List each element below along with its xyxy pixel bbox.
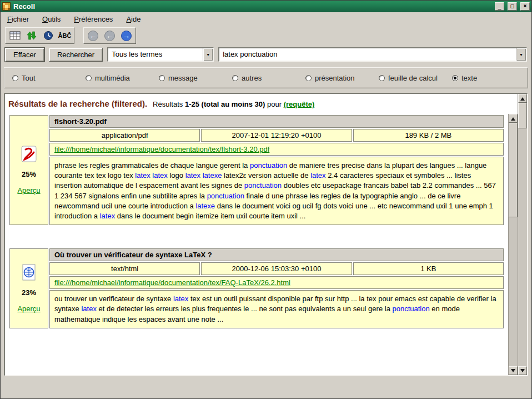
scrollbar-track[interactable] <box>518 128 527 366</box>
results-list: 25% Aperçu flshort-3.20.pdf application/… <box>5 114 508 328</box>
filter-presentation[interactable]: présentation <box>305 74 379 82</box>
close-button[interactable]: × <box>520 2 530 11</box>
filter-texte[interactable]: texte <box>452 74 477 82</box>
window-title: Recoll <box>13 2 491 11</box>
results-summary-range: 1-25 (total au moins 30) <box>185 100 265 108</box>
radio-icon <box>452 75 458 81</box>
chevron-down-icon[interactable]: ▼ <box>516 48 526 61</box>
result-body: flshort-3.20.pdf application/pdf 2007-12… <box>49 115 504 225</box>
results-panel: Résultats de la recherche (filtered). Ré… <box>4 93 528 376</box>
clear-search-button[interactable] <box>7 29 22 42</box>
arrow-left-icon: ← <box>88 31 98 41</box>
results-summary: Résultats 1-25 (total au moins 30) pour … <box>153 100 314 108</box>
scrollbar-thumb[interactable] <box>518 103 527 128</box>
result-url-link[interactable]: file:///home/michael/informatique/docume… <box>54 278 290 287</box>
results-summary-label: Résultats <box>153 100 183 108</box>
result-size: 1 KB <box>353 262 504 275</box>
html-doc-icon <box>21 264 37 281</box>
menu-aide[interactable]: Aide <box>126 15 140 23</box>
menubar: Fichier Outils Préférences Aide <box>1 12 531 26</box>
green-arrows-icon <box>26 31 37 41</box>
filter-feuille-de-calcul[interactable]: feuille de calcul <box>379 74 452 82</box>
update-index-button[interactable] <box>24 29 39 42</box>
results-summary-pour: pour <box>267 100 282 108</box>
filter-multimedia[interactable]: multimédia <box>86 74 159 82</box>
menu-fichier[interactable]: Fichier <box>7 15 29 23</box>
results-scrollbar-inner[interactable] <box>508 114 518 375</box>
result-mime: application/pdf <box>49 129 200 142</box>
toolbar-nav-group: ← ← → <box>83 27 136 44</box>
radio-icon <box>12 75 18 81</box>
result-url-row: file:///home/michael/informatique/docume… <box>49 143 504 156</box>
result-item: 23% Aperçu Où trouver un vérificateur de… <box>9 248 504 328</box>
result-mime: text/html <box>49 262 200 275</box>
result-url-link[interactable]: file:///home/michael/informatique/docume… <box>54 145 269 153</box>
scroll-down-button[interactable] <box>518 366 527 375</box>
triangle-up-icon <box>520 95 525 101</box>
toolbar: ÂBĈ ← ← → <box>1 26 531 45</box>
scroll-down-button[interactable] <box>509 366 518 375</box>
result-date: 2000-12-06 15:03:30 +0100 <box>201 262 352 275</box>
menu-preferences[interactable]: Préférences <box>74 15 113 23</box>
search-mode-value: Tous les termes <box>108 48 203 61</box>
arrow-left-icon: ← <box>104 31 115 41</box>
category-filter-bar: Tout multimédia message autres présentat… <box>4 67 528 88</box>
prev-page-button[interactable]: ← <box>102 29 117 42</box>
titlebar: Recoll _ □ × <box>1 1 531 12</box>
triangle-down-icon <box>520 369 525 375</box>
radio-icon <box>232 75 238 81</box>
filter-label: texte <box>461 74 477 82</box>
search-bar: Effacer Rechercher Tous les termes ▼ lat… <box>1 45 531 64</box>
results-scrollbar-outer[interactable] <box>518 94 527 375</box>
arrow-right-icon: → <box>121 31 132 41</box>
scroll-up-button[interactable] <box>509 114 518 123</box>
radio-icon <box>159 75 165 81</box>
scroll-up-button[interactable] <box>518 94 527 103</box>
result-filename: flshort-3.20.pdf <box>49 115 504 128</box>
scrollbar-thumb[interactable] <box>509 123 518 217</box>
result-percent: 25% <box>22 170 36 178</box>
result-left-cell: 25% Aperçu <box>9 115 48 225</box>
result-body: Où trouver un vérificateur de syntaxe La… <box>49 248 504 328</box>
filter-label: autres <box>242 74 262 82</box>
menu-outils[interactable]: Outils <box>42 15 61 23</box>
search-query-input[interactable]: latex ponctuation ▼ <box>218 47 527 62</box>
next-page-button[interactable]: → <box>119 29 134 42</box>
filter-label: présentation <box>315 74 355 82</box>
results-content: Résultats de la recherche (filtered). Ré… <box>5 94 518 375</box>
history-button[interactable] <box>41 29 56 42</box>
result-item: 25% Aperçu flshort-3.20.pdf application/… <box>9 115 504 225</box>
radio-icon <box>305 75 312 81</box>
status-area <box>1 376 531 398</box>
query-link[interactable]: (requête) <box>284 100 315 108</box>
search-button[interactable]: Rechercher <box>49 48 103 62</box>
result-meta-row: text/html 2000-12-06 15:03:30 +0100 1 KB <box>49 262 504 275</box>
search-mode-select[interactable]: Tous les termes ▼ <box>107 47 214 62</box>
result-preview-link[interactable]: Aperçu <box>17 305 40 313</box>
maximize-button[interactable]: □ <box>508 2 517 11</box>
app-icon <box>2 2 11 11</box>
result-filename: Où trouver un vérificateur de syntaxe La… <box>49 248 504 261</box>
clear-button[interactable]: Effacer <box>5 48 44 62</box>
result-percent: 23% <box>22 288 36 297</box>
radio-icon <box>86 75 92 81</box>
scrollbar-track[interactable] <box>509 217 518 366</box>
recoll-window: Recoll _ □ × Fichier Outils Préférences … <box>0 0 532 399</box>
result-meta-row: application/pdf 2007-12-01 12:19:20 +010… <box>49 129 504 142</box>
filter-label: Tout <box>22 74 36 82</box>
search-query-value: latex ponctuation <box>219 48 516 61</box>
result-abstract: phrase les regles grammaticales de chaqu… <box>49 157 504 225</box>
filter-message[interactable]: message <box>159 74 232 82</box>
filter-autres[interactable]: autres <box>232 74 305 82</box>
triangle-up-icon <box>511 115 515 121</box>
result-size: 189 KB / 2 MB <box>353 129 504 142</box>
term-explorer-button[interactable]: ÂBĈ <box>57 29 72 42</box>
result-abstract: ou trouver un verificateur de syntaxe la… <box>49 290 504 328</box>
minimize-button[interactable]: _ <box>495 2 504 11</box>
result-preview-link[interactable]: Aperçu <box>17 186 40 194</box>
filter-tout[interactable]: Tout <box>12 74 86 82</box>
clock-icon <box>43 31 53 41</box>
chevron-down-icon[interactable]: ▼ <box>203 48 213 61</box>
toolbar-main-group: ÂBĈ <box>5 27 74 44</box>
first-page-button[interactable]: ← <box>86 29 101 42</box>
